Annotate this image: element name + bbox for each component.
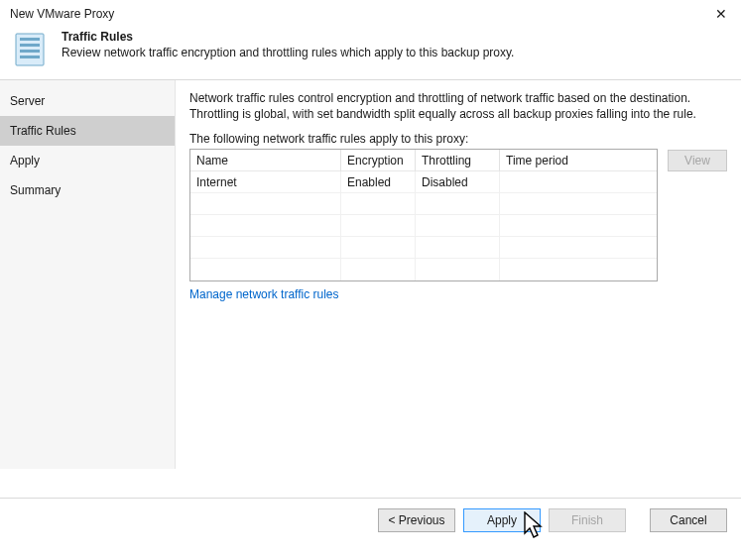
titlebar: New VMware Proxy ✕ bbox=[0, 0, 741, 26]
rules-table-label: The following network traffic rules appl… bbox=[189, 132, 727, 146]
sidebar-item-traffic-rules[interactable]: Traffic Rules bbox=[0, 116, 175, 146]
col-name[interactable]: Name bbox=[190, 150, 341, 171]
traffic-rules-icon bbox=[12, 32, 48, 67]
cell-time-period bbox=[500, 171, 657, 192]
cancel-button[interactable]: Cancel bbox=[650, 508, 727, 532]
table-header-row: Name Encryption Throttling Time period bbox=[190, 150, 657, 171]
content-pane: Network traffic rules control encryption… bbox=[176, 80, 741, 469]
apply-button[interactable]: Apply bbox=[463, 508, 541, 532]
cell-name: Internet bbox=[190, 171, 341, 192]
wizard-footer: < Previous Apply Finish Cancel bbox=[0, 498, 741, 542]
finish-button: Finish bbox=[549, 508, 626, 532]
rules-table[interactable]: Name Encryption Throttling Time period I… bbox=[189, 149, 658, 281]
sidebar-item-apply[interactable]: Apply bbox=[0, 146, 175, 175]
col-throttling[interactable]: Throttling bbox=[416, 150, 500, 171]
table-row[interactable] bbox=[190, 259, 657, 280]
table-row[interactable] bbox=[190, 237, 657, 259]
sidebar-item-summary[interactable]: Summary bbox=[0, 175, 175, 205]
close-icon[interactable]: ✕ bbox=[711, 6, 731, 22]
page-title: Traffic Rules bbox=[62, 30, 514, 44]
previous-button[interactable]: < Previous bbox=[378, 508, 455, 532]
col-encryption[interactable]: Encryption bbox=[341, 150, 416, 171]
wizard-steps-sidebar: Server Traffic Rules Apply Summary bbox=[0, 80, 176, 469]
cell-throttling: Disabled bbox=[416, 171, 500, 192]
table-row[interactable]: Internet Enabled Disabled bbox=[190, 171, 657, 193]
view-button: View bbox=[668, 150, 727, 171]
svg-rect-3 bbox=[20, 50, 40, 53]
table-row[interactable] bbox=[190, 215, 657, 237]
window-title: New VMware Proxy bbox=[10, 7, 114, 21]
svg-rect-1 bbox=[20, 38, 40, 41]
manage-rules-link[interactable]: Manage network traffic rules bbox=[189, 287, 339, 301]
intro-text: Network traffic rules control encryption… bbox=[189, 90, 727, 122]
page-description: Review network traffic encryption and th… bbox=[62, 46, 514, 59]
svg-rect-4 bbox=[20, 56, 40, 58]
table-row[interactable] bbox=[190, 193, 657, 215]
wizard-body: Server Traffic Rules Apply Summary Netwo… bbox=[0, 80, 741, 469]
svg-rect-2 bbox=[20, 44, 40, 47]
col-time-period[interactable]: Time period bbox=[500, 150, 657, 171]
sidebar-item-server[interactable]: Server bbox=[0, 86, 175, 116]
cell-encryption: Enabled bbox=[341, 171, 416, 192]
header-text: Traffic Rules Review network traffic enc… bbox=[62, 30, 514, 59]
wizard-header: Traffic Rules Review network traffic enc… bbox=[0, 26, 741, 80]
